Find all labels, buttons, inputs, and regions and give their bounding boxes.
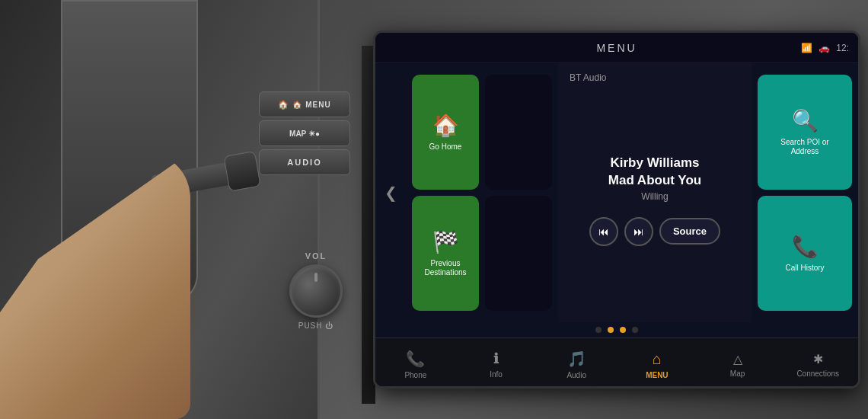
map-sun-icon: MAP ☀● <box>289 130 320 138</box>
forward-icon: ⏭ <box>633 225 644 238</box>
nav-map[interactable]: △ Map <box>697 346 778 384</box>
phone-nav-icon: 📞 <box>406 350 425 368</box>
map-nav-label: Map <box>730 369 745 378</box>
search-icon: 🔍 <box>792 108 819 133</box>
home-icon: 🏠 <box>432 113 459 138</box>
right-grid: 🔍 Search POI orAddress 📞 Call History <box>752 63 858 322</box>
dot-4 <box>632 327 638 333</box>
screen-header: MENU 📶 🚗 12: <box>375 33 858 63</box>
bt-audio-panel: BT Audio Kirby Williams Mad About You Wi… <box>558 63 752 322</box>
dot-2 <box>608 327 614 333</box>
nav-audio[interactable]: 🎵 Audio <box>536 344 617 385</box>
go-home-button[interactable]: 🏠 Go Home <box>412 75 479 190</box>
grid-area: 🏠 Go Home 🏁 PreviousDestinations <box>406 63 558 322</box>
info-nav-icon: ℹ <box>493 350 499 367</box>
bottom-nav: 📞 Phone ℹ Info 🎵 Audio ⌂ MENU △ Map ✱ Co <box>375 337 858 389</box>
page-dots <box>375 322 858 337</box>
clock: 12: <box>836 43 849 53</box>
bt-artist: Kirby Williams <box>611 155 700 171</box>
car-interior: 🏠 🏠 MENU MAP ☀● AUDIO VOL PUSH ⏻ MENU 📶 <box>0 0 868 419</box>
menu-home-icon: 🏠 <box>278 100 289 110</box>
info-nav-label: Info <box>490 370 503 379</box>
bt-song: Mad About You <box>608 173 701 188</box>
header-status: 📶 🚗 12: <box>801 43 849 53</box>
bt-audio-title: BT Audio <box>570 72 740 83</box>
source-button[interactable]: Source <box>659 218 720 245</box>
phone-nav-label: Phone <box>404 371 426 379</box>
car-icon: 🚗 <box>819 43 830 53</box>
vol-label: VOL <box>305 251 327 261</box>
empty-cell <box>485 75 552 190</box>
forward-button[interactable]: ⏭ <box>624 217 653 246</box>
dot-1 <box>595 327 602 333</box>
push-label: PUSH ⏻ <box>298 321 334 330</box>
volume-area: VOL PUSH ⏻ <box>289 251 343 330</box>
screen-title: MENU <box>596 42 637 54</box>
left-panel: 🏠 🏠 MENU MAP ☀● AUDIO VOL PUSH ⏻ <box>0 0 320 419</box>
go-home-label: Go Home <box>429 142 462 152</box>
physical-button-panel: 🏠 🏠 MENU MAP ☀● AUDIO <box>259 91 350 175</box>
connections-nav-label: Connections <box>796 369 839 378</box>
bluetooth-nav-icon: ✱ <box>813 352 823 366</box>
audio-physical-button[interactable]: AUDIO <box>259 149 350 175</box>
nav-phone[interactable]: 📞 Phone <box>375 344 456 385</box>
nav-info[interactable]: ℹ Info <box>456 344 537 385</box>
menu-nav-label: MENU <box>646 371 668 379</box>
screen-content: ❮ 🏠 Go Home 🏁 PreviousDestinations BT Au… <box>375 63 858 322</box>
map-nav-icon: △ <box>733 352 742 366</box>
map-physical-button[interactable]: MAP ☀● <box>259 120 350 146</box>
dot-3 <box>620 327 626 333</box>
nav-connections[interactable]: ✱ Connections <box>777 346 858 384</box>
nav-arrow-left[interactable]: ❮ <box>375 63 406 322</box>
previous-destinations-button[interactable]: 🏁 PreviousDestinations <box>412 196 479 311</box>
empty-cell-2 <box>485 196 552 311</box>
flag-icon: 🏁 <box>432 229 459 254</box>
menu-physical-button[interactable]: 🏠 🏠 MENU <box>259 91 350 117</box>
previous-destinations-label: PreviousDestinations <box>424 259 466 277</box>
call-history-label: Call History <box>785 264 824 273</box>
audio-nav-label: Audio <box>566 371 586 379</box>
rewind-icon: ⏮ <box>598 225 609 238</box>
bt-controls: ⏮ ⏭ Source <box>589 217 720 246</box>
volume-knob[interactable] <box>289 264 343 318</box>
search-poi-button[interactable]: 🔍 Search POI orAddress <box>758 75 852 190</box>
rewind-button[interactable]: ⏮ <box>589 217 618 246</box>
call-history-button[interactable]: 📞 Call History <box>758 196 852 311</box>
bt-album: Willing <box>641 191 668 202</box>
menu-nav-icon: ⌂ <box>653 350 662 368</box>
main-screen: MENU 📶 🚗 12: ❮ 🏠 Go Home 🏁 PreviousDe <box>373 30 860 389</box>
phone-icon: 📞 <box>792 234 819 259</box>
search-poi-label: Search POI orAddress <box>780 138 828 156</box>
nav-menu[interactable]: ⌂ MENU <box>617 344 697 385</box>
audio-nav-icon: 🎵 <box>567 350 586 368</box>
signal-icon: 📶 <box>801 43 812 53</box>
